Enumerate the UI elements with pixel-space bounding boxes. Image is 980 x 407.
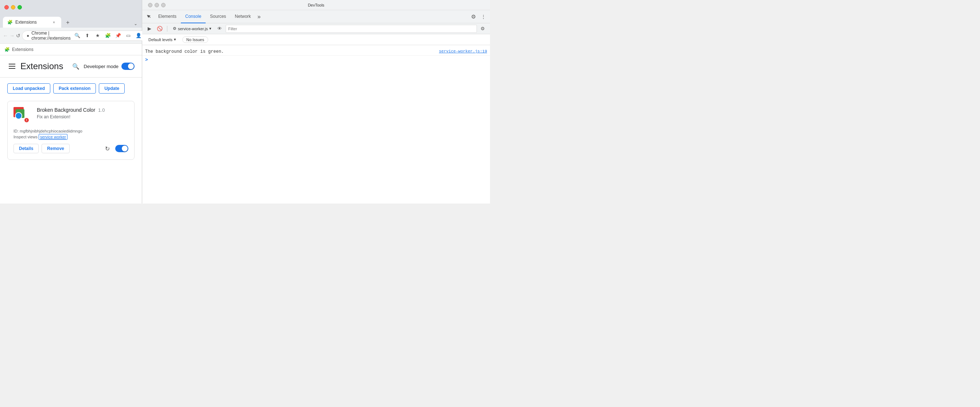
traffic-light-close[interactable] — [5, 5, 9, 10]
refresh-button[interactable]: ↻ — [102, 143, 112, 154]
console-clear-button[interactable]: 🚫 — [155, 24, 164, 33]
default-levels-label: Default levels — [148, 38, 172, 42]
tab-overflow-button[interactable]: ⌄ — [132, 20, 139, 28]
dev-mode-row: 🔍 Developer mode — [71, 61, 135, 71]
log-entry: The background color is green. service-w… — [142, 48, 490, 56]
update-button[interactable]: Update — [99, 83, 125, 93]
cast-button[interactable]: ▭ — [124, 31, 133, 40]
log-message: The background color is green. — [145, 49, 436, 54]
devtools-title: DevTools — [308, 3, 324, 7]
breadcrumb-icon: 🧩 — [5, 47, 10, 52]
devtools-tl-close[interactable] — [148, 3, 153, 7]
extension-name: Broken Background Color — [37, 107, 95, 113]
devtools-inspect-mode-button[interactable] — [144, 12, 154, 22]
default-levels-button[interactable]: Default levels ▾ — [145, 36, 180, 43]
url-actions: 🔍 ⬆ ★ 🧩 📌 ▭ 👤 — [73, 31, 143, 40]
reload-button[interactable]: ↺ — [16, 30, 21, 41]
dev-mode-label: Developer mode — [84, 64, 118, 69]
header-divider — [0, 77, 142, 78]
action-buttons: Load unpacked Pack extension Update — [7, 83, 135, 93]
card-info: Broken Background Color 1.0 Fix an Exten… — [37, 107, 128, 125]
tab-sources[interactable]: Sources — [205, 10, 231, 23]
search-button[interactable]: 🔍 — [71, 61, 81, 71]
extension-description: Fix an Extension! — [37, 114, 128, 119]
devtools-levels-bar: Default levels ▾ No Issues — [142, 34, 490, 45]
profile-button[interactable]: 👤 — [134, 31, 143, 40]
tab-network[interactable]: Network — [231, 10, 255, 23]
filter-settings-button[interactable]: ⚙ — [478, 24, 487, 33]
inspect-views: Inspect views service worker — [13, 135, 128, 139]
zoom-button[interactable]: 🔍 — [73, 31, 82, 40]
pin-button[interactable]: 📌 — [114, 31, 123, 40]
pack-extension-button[interactable]: Pack extension — [53, 83, 96, 93]
devtools-console: The background color is green. service-w… — [142, 45, 490, 204]
tab-title: Extensions — [15, 20, 48, 25]
back-button[interactable]: ← — [3, 30, 8, 41]
developer-mode-toggle[interactable] — [121, 63, 135, 70]
share-button[interactable]: ⬆ — [83, 31, 92, 40]
bbc-icon-graphic — [13, 107, 28, 122]
extensions-content: Extensions 🔍 Developer mode Load unpacke… — [0, 55, 142, 204]
extensions-button[interactable]: 🧩 — [103, 31, 112, 40]
traffic-light-fullscreen[interactable] — [18, 5, 22, 10]
devtools-tl-fullscreen[interactable] — [161, 3, 165, 7]
url-bar[interactable]: ● Chrome | chrome://extensions 🔍 ⬆ ★ 🧩 📌… — [22, 30, 148, 41]
devtools-tabs: Elements Console Sources Network » ⚙ ⋮ — [142, 10, 490, 23]
extension-enable-toggle[interactable] — [115, 145, 128, 152]
devtools-tl-minimize[interactable] — [154, 3, 159, 7]
devtools-menu-button[interactable]: ⋮ — [478, 12, 488, 22]
bbc-error-badge — [24, 117, 30, 123]
service-worker-link[interactable]: service worker — [39, 134, 67, 140]
log-source[interactable]: service-worker.js:19 — [439, 49, 487, 54]
breadcrumb-label: Extensions — [12, 47, 33, 52]
no-issues-badge[interactable]: No Issues — [182, 36, 208, 43]
extension-card: Broken Background Color 1.0 Fix an Exten… — [7, 101, 135, 160]
url-security-icon: ● — [27, 33, 29, 38]
tab-close-button[interactable]: × — [51, 19, 57, 25]
extension-version: 1.0 — [98, 108, 105, 113]
levels-arrow: ▾ — [174, 37, 176, 42]
eye-button[interactable]: 👁 — [215, 24, 224, 33]
console-play-button[interactable]: ▶ — [145, 24, 154, 33]
context-arrow: ▾ — [209, 26, 212, 31]
inspect-views-label: Inspect views — [13, 135, 38, 139]
devtools-panel: DevTools Elements Console Sources Networ… — [142, 0, 490, 204]
browser-traffic-lights — [5, 5, 22, 10]
prompt-arrow: > — [145, 57, 148, 63]
traffic-light-minimize[interactable] — [11, 5, 15, 10]
extensions-title-row: Extensions — [7, 61, 63, 71]
tab-bar: 🧩 Extensions × + ⌄ — [0, 14, 142, 28]
extension-id: ID: mgfbhjnibhjdehcphiocaoiediidmngo — [13, 129, 128, 133]
page-title: Extensions — [21, 61, 63, 71]
hamburger-menu-button[interactable] — [7, 62, 17, 70]
breadcrumb-bar: 🧩 Extensions — [0, 44, 142, 55]
browser-panel: 🧩 Extensions × + ⌄ ← → ↺ ● Chrome | chro… — [0, 0, 142, 204]
new-tab-button[interactable]: + — [63, 17, 73, 28]
more-tabs-button[interactable]: » — [255, 13, 263, 20]
card-name-row: Broken Background Color 1.0 — [37, 107, 128, 113]
context-label: service-worker.js — [178, 27, 208, 31]
load-unpacked-button[interactable]: Load unpacked — [7, 83, 50, 93]
filter-input[interactable] — [226, 25, 477, 33]
toolbar-separator — [167, 26, 167, 32]
devtools-settings-button[interactable]: ⚙ — [468, 12, 478, 22]
remove-button[interactable]: Remove — [41, 144, 70, 153]
tab-favicon: 🧩 — [7, 20, 13, 25]
context-selector[interactable]: ⚙ service-worker.js ▾ — [170, 25, 214, 32]
devtools-title-bar: DevTools — [142, 0, 490, 10]
card-top: Broken Background Color 1.0 Fix an Exten… — [13, 107, 128, 125]
tab-console[interactable]: Console — [181, 10, 205, 23]
tab-elements[interactable]: Elements — [154, 10, 181, 23]
card-bottom: Details Remove ↻ — [13, 143, 128, 154]
console-prompt[interactable]: > — [142, 56, 490, 64]
bookmark-button[interactable]: ★ — [93, 31, 102, 40]
devtools-toolbar: ▶ 🚫 ⚙ service-worker.js ▾ 👁 ⚙ — [142, 23, 490, 34]
devtools-traffic-lights — [148, 3, 165, 7]
address-bar: ← → ↺ ● Chrome | chrome://extensions 🔍 ⬆… — [0, 28, 142, 44]
forward-button[interactable]: → — [10, 30, 14, 41]
active-tab[interactable]: 🧩 Extensions × — [3, 17, 61, 28]
details-button[interactable]: Details — [13, 144, 39, 153]
url-value: chrome://extensions — [31, 36, 70, 41]
extension-icon — [13, 107, 31, 125]
context-icon: ⚙ — [173, 26, 177, 31]
